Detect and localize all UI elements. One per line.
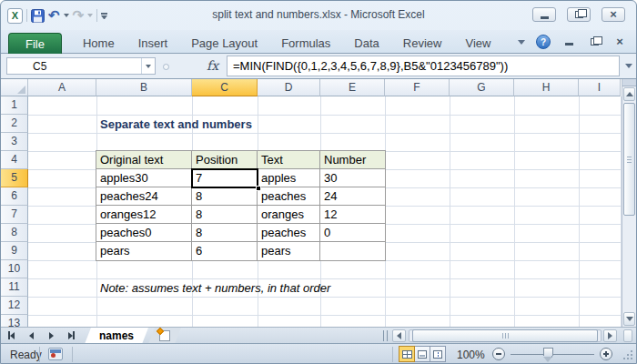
workbook-restore-button[interactable] xyxy=(587,35,602,48)
minimize-ribbon-icon[interactable] xyxy=(518,40,525,45)
column-header-A[interactable]: A xyxy=(28,79,96,96)
row-header-8[interactable]: 8 xyxy=(1,224,28,242)
window-resize-grip[interactable] xyxy=(622,350,633,361)
column-header-E[interactable]: E xyxy=(320,79,385,96)
cell-D6[interactable]: peaches xyxy=(258,187,320,206)
name-box-dropdown[interactable] xyxy=(141,58,155,74)
expand-formula-bar-icon[interactable] xyxy=(625,64,632,68)
cell-C4[interactable]: Position xyxy=(192,151,258,169)
column-header-B[interactable]: B xyxy=(96,79,192,96)
cell-B4[interactable]: Original text xyxy=(96,151,192,169)
minimize-button[interactable] xyxy=(532,7,556,22)
sheet-tab-names[interactable]: names xyxy=(85,328,148,344)
last-sheet-button[interactable] xyxy=(65,329,77,341)
column-header-C[interactable]: C xyxy=(192,79,258,96)
cell-B9[interactable]: pears xyxy=(96,242,192,260)
close-button[interactable]: × xyxy=(602,7,625,22)
cell-D9[interactable]: pears xyxy=(258,242,320,260)
column-header-G[interactable]: G xyxy=(450,79,514,96)
fill-handle[interactable] xyxy=(256,186,261,191)
record-macro-button[interactable] xyxy=(48,348,63,360)
scroll-right-button[interactable] xyxy=(603,329,617,342)
cell-E6[interactable]: 24 xyxy=(320,187,385,206)
cell-B5[interactable]: apples30 xyxy=(96,169,192,187)
ribbon-tab-file[interactable]: File xyxy=(8,33,62,54)
tab-split-handle[interactable] xyxy=(383,330,388,341)
cell-E4[interactable]: Number xyxy=(320,151,385,169)
row-header-2[interactable]: 2 xyxy=(1,115,28,133)
workbook-minimize-button[interactable] xyxy=(561,35,576,48)
undo-dropdown-arrow[interactable] xyxy=(64,14,69,17)
save-button[interactable] xyxy=(31,9,45,23)
cell-B8[interactable]: peaches0 xyxy=(96,224,192,242)
scroll-up-button[interactable] xyxy=(623,87,635,101)
vertical-split-handle[interactable] xyxy=(622,79,636,86)
page-break-view-button[interactable] xyxy=(430,346,446,362)
redo-dropdown-arrow[interactable] xyxy=(87,14,93,17)
help-icon[interactable]: ? xyxy=(536,35,551,49)
zoom-slider-handle[interactable] xyxy=(543,348,553,356)
restore-button[interactable] xyxy=(567,7,591,22)
formula-bar-grip[interactable] xyxy=(163,64,169,70)
ribbon-tab-page-layout[interactable]: Page Layout xyxy=(179,33,269,54)
column-header-D[interactable]: D xyxy=(258,79,320,96)
next-sheet-button[interactable] xyxy=(45,329,57,341)
worksheet-grid[interactable]: ABCDEFGHI12345678910111213Separate text … xyxy=(1,79,636,327)
cell-C7[interactable]: 8 xyxy=(192,206,258,224)
first-sheet-button[interactable] xyxy=(5,329,17,341)
ribbon-tab-view[interactable]: View xyxy=(453,33,502,54)
cell-B6[interactable]: peaches24 xyxy=(96,187,192,206)
scroll-left-button[interactable] xyxy=(392,329,406,342)
row-header-12[interactable]: 12 xyxy=(1,297,28,315)
cell-D7[interactable]: oranges xyxy=(258,206,320,224)
zoom-out-button[interactable] xyxy=(492,348,505,360)
row-header-7[interactable]: 7 xyxy=(1,206,28,224)
horizontal-scroll-thumb[interactable] xyxy=(412,329,598,342)
vertical-scroll-thumb[interactable] xyxy=(623,103,635,216)
row-header-6[interactable]: 6 xyxy=(1,187,28,206)
column-header-H[interactable]: H xyxy=(514,79,579,96)
ribbon-tab-data[interactable]: Data xyxy=(342,33,390,54)
row-header-5[interactable]: 5 xyxy=(1,169,28,187)
name-box[interactable]: C5 xyxy=(6,57,156,75)
row-header-13[interactable]: 13 xyxy=(1,315,28,327)
normal-view-button[interactable] xyxy=(399,346,415,362)
cell-C8[interactable]: 8 xyxy=(192,224,258,242)
cell-E8[interactable]: 0 xyxy=(320,224,385,242)
selected-cell-outline[interactable] xyxy=(191,168,258,188)
row-header-4[interactable]: 4 xyxy=(1,151,28,169)
cell-D5[interactable]: apples xyxy=(258,169,320,187)
ribbon-tab-formulas[interactable]: Formulas xyxy=(269,33,342,54)
customize-qat-button[interactable] xyxy=(101,13,107,19)
scroll-down-button[interactable] xyxy=(623,312,635,326)
redo-button[interactable]: ↷ xyxy=(73,8,85,23)
cell-E5[interactable]: 30 xyxy=(320,169,385,187)
page-layout-view-button[interactable] xyxy=(414,346,430,362)
cell-D8[interactable]: peaches xyxy=(258,224,320,242)
cell-B7[interactable]: oranges12 xyxy=(96,206,192,224)
cell-D4[interactable]: Text xyxy=(258,151,320,169)
column-header-I[interactable]: I xyxy=(579,79,621,96)
row-header-3[interactable]: 3 xyxy=(1,133,28,151)
select-all-corner[interactable] xyxy=(1,79,28,96)
ribbon-tab-review[interactable]: Review xyxy=(391,33,454,54)
zoom-in-button[interactable] xyxy=(600,348,612,360)
cell-E9[interactable] xyxy=(320,242,385,260)
cell-C9[interactable]: 6 xyxy=(192,242,258,260)
formula-input[interactable]: =MIN(FIND({0,1,2,3,4,5,6,7,8,9},B5&"0123… xyxy=(227,56,620,76)
column-header-F[interactable]: F xyxy=(385,79,450,96)
undo-button[interactable]: ↶ xyxy=(48,8,60,23)
cell-C6[interactable]: 8 xyxy=(192,187,258,206)
row-header-10[interactable]: 10 xyxy=(1,260,28,278)
row-header-1[interactable]: 1 xyxy=(1,96,28,115)
ribbon-tab-home[interactable]: Home xyxy=(71,33,126,54)
excel-app-icon[interactable]: X xyxy=(7,8,23,24)
vertical-scrollbar[interactable] xyxy=(622,79,636,327)
workbook-close-button[interactable]: × xyxy=(612,35,627,48)
cell-E7[interactable]: 12 xyxy=(320,206,385,224)
insert-function-icon[interactable]: fx xyxy=(207,58,218,73)
ribbon-tab-insert[interactable]: Insert xyxy=(126,33,180,54)
row-header-11[interactable]: 11 xyxy=(1,278,28,297)
row-header-9[interactable]: 9 xyxy=(1,242,28,260)
insert-worksheet-button[interactable] xyxy=(148,328,181,344)
